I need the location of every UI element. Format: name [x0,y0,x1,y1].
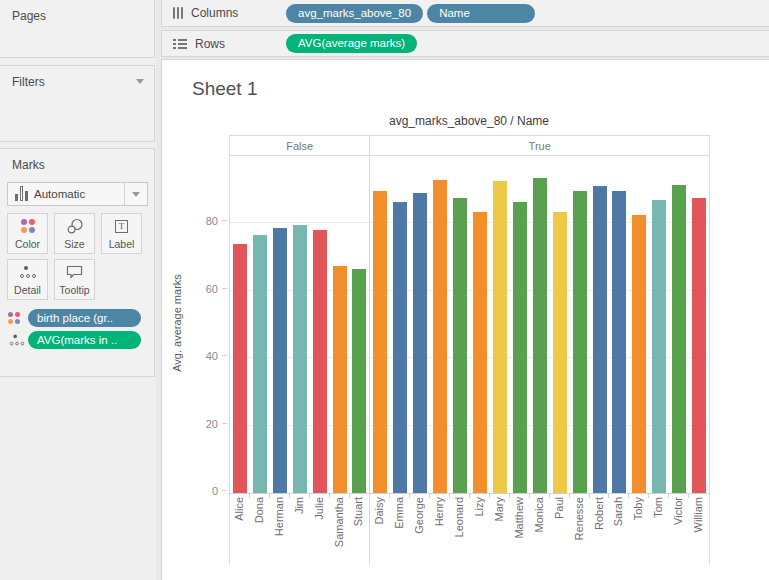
label-slot: Paul [550,494,570,564]
x-axis-label[interactable]: Victor [672,497,685,525]
bar[interactable] [493,181,507,493]
bar[interactable] [672,185,686,493]
bar[interactable] [313,230,327,493]
marks-pill-birth-place[interactable]: birth place (gr.. [28,309,141,327]
filters-caret-icon[interactable] [136,79,144,84]
x-axis-label[interactable]: Renesse [573,497,586,540]
text-label-icon: T [115,220,128,233]
bar[interactable] [632,215,646,493]
bar-slot [609,156,629,493]
label-slot: Lizy [470,494,490,564]
bar-slot [510,156,530,493]
bar[interactable] [473,212,487,493]
label-slot: Monica [530,494,550,564]
x-tick-mark [429,494,430,498]
x-axis-label[interactable]: Robert [593,497,606,530]
bar-slot [490,156,510,493]
mark-type-dropdown-arrow[interactable] [124,183,147,205]
sheet-title: Sheet 1 [192,78,258,100]
x-axis-label[interactable]: Herman [273,497,286,536]
x-axis-label[interactable]: Toby [632,497,645,520]
bar[interactable] [453,198,467,493]
x-tick-mark [269,494,270,498]
y-axis[interactable]: 020406080 [190,135,228,491]
x-axis-label[interactable]: Emma [393,497,406,529]
bar[interactable] [333,266,347,493]
bar[interactable] [553,212,567,493]
x-axis-label[interactable]: Julie [313,497,326,520]
label-slot: Samantha [330,494,350,564]
bar[interactable] [253,235,267,493]
mark-type-dropdown[interactable]: Automatic [7,182,148,206]
bar[interactable] [573,191,587,493]
pages-shelf[interactable]: Pages [0,0,155,58]
x-axis-label[interactable]: Paul [553,497,566,519]
x-axis-label[interactable]: Jim [293,497,306,514]
x-axis-label[interactable]: Leonard [453,497,466,537]
bar[interactable] [593,186,607,493]
x-axis-label[interactable]: Matthew [513,497,526,539]
color-dots-icon [21,219,35,233]
label-button[interactable]: T Label [101,213,142,254]
x-tick-mark [489,494,490,498]
bar-slot [390,156,410,493]
x-tick-mark [469,494,470,498]
label-slot: Tom [649,494,669,564]
marks-label: Marks [0,149,154,172]
x-axis-label[interactable]: Henry [433,497,446,526]
panel-header[interactable]: True [370,136,710,155]
bar-slot [550,156,570,493]
size-button[interactable]: Size [54,213,95,254]
x-axis-label[interactable]: Monica [533,497,546,532]
bar[interactable] [373,191,387,493]
x-axis-label[interactable]: Sarah [612,497,625,526]
x-tick-mark [409,494,410,498]
x-axis-label[interactable]: Tom [652,497,665,518]
columns-shelf[interactable]: Columns avg_marks_above_80 Name [161,0,769,27]
x-axis-label[interactable]: Lizy [473,497,486,517]
x-axis-label[interactable]: Alice [233,497,246,521]
pill-avg-marks-above-80[interactable]: avg_marks_above_80 [286,4,423,23]
x-axis-label[interactable]: Samantha [333,497,346,547]
label-slot: Emma [390,494,410,564]
bar[interactable] [413,193,427,493]
label-slot: Stuart [350,494,370,564]
bar[interactable] [533,178,547,493]
bar-slot [689,156,709,493]
bar[interactable] [273,228,287,493]
bar-slot [590,156,610,493]
x-axis-label[interactable]: Stuart [352,497,365,526]
x-axis-label[interactable]: Dona [253,497,266,523]
label-slot: Victor [669,494,689,564]
color-button[interactable]: Color [7,213,48,254]
pill-avg-average-marks[interactable]: AVG(average marks) [286,34,417,53]
bar[interactable] [433,180,447,493]
bar-slot [430,156,450,493]
x-tick-mark [329,494,330,498]
bar[interactable] [692,198,706,493]
y-tick-mark [222,423,227,424]
x-axis-label[interactable]: George [413,497,426,534]
label-slot: Leonard [450,494,470,564]
bar[interactable] [293,225,307,493]
x-axis-label[interactable]: William [692,497,705,532]
marks-pill-avg-marks[interactable]: AVG(marks in .. [28,331,141,349]
bar[interactable] [233,244,247,493]
x-axis-label[interactable]: Mary [493,497,506,521]
bar[interactable] [393,202,407,494]
rows-shelf[interactable]: Rows AVG(average marks) [161,30,769,57]
y-axis-title: Avg. average marks [171,274,183,372]
tooltip-button[interactable]: Tooltip [54,259,95,300]
detail-button[interactable]: Detail [7,259,48,300]
bar[interactable] [352,269,366,493]
bar[interactable] [612,191,626,493]
filters-shelf[interactable]: Filters [0,65,155,142]
x-axis-label[interactable]: Daisy [373,497,386,525]
bar-slot [450,156,470,493]
bar-slot [570,156,590,493]
pill-name[interactable]: Name [427,4,535,23]
bar[interactable] [652,200,666,493]
bar[interactable] [513,202,527,494]
x-tick-mark [688,494,689,498]
panel-header[interactable]: False [230,136,370,155]
